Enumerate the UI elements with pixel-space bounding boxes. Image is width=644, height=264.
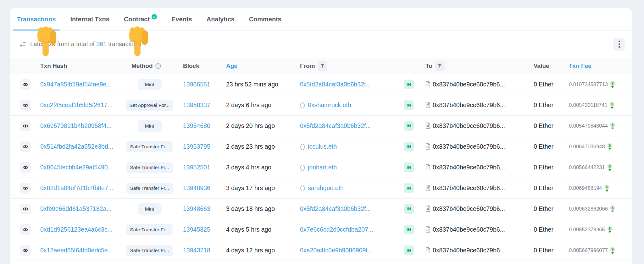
block-link[interactable]: 13943718 — [183, 247, 210, 254]
age-text: 2 days 6 hrs ago — [226, 102, 300, 109]
block-link[interactable]: 13948663 — [183, 205, 210, 212]
value-text: 0 Ether — [534, 102, 569, 109]
table-toolbar: Latest 25 from a total of 361 transactio… — [10, 30, 632, 58]
document-icon — [425, 206, 430, 212]
block-link[interactable]: 13945825 — [183, 226, 210, 233]
method-badge[interactable]: Safe Transfer Fr... — [126, 183, 173, 194]
direction-badge: IN — [404, 80, 414, 89]
eye-preview-button[interactable] — [20, 141, 31, 152]
txn-hash-link[interactable]: 0x82d1a04ef7d1b7fb8e7... — [40, 184, 113, 191]
method-badge[interactable]: Set Approval For... — [126, 100, 174, 111]
eye-preview-button[interactable] — [20, 183, 31, 194]
from-address-link[interactable]: icculus.eth — [308, 143, 337, 150]
eye-preview-button[interactable] — [20, 100, 31, 111]
to-address: 0x837b40be9ce60c79b6... — [433, 184, 505, 192]
from-address-link[interactable]: 0x7e6c6cd2d0ccfdba207... — [300, 226, 373, 233]
tab-comments[interactable]: Comments — [245, 8, 286, 30]
total-transactions-link[interactable]: 361 — [96, 41, 107, 47]
table-row: 0xd1d9256123ea4a6c3c... Safe Transfer Fr… — [10, 219, 632, 240]
from-address-link[interactable]: 0x5fd2a84caf3a0b6b32f... — [300, 205, 371, 212]
gas-lightbulb-icon — [610, 102, 615, 109]
txn-hash-link[interactable]: 0xfb9e66dd61a537182a... — [40, 205, 112, 212]
direction-badge: IN — [404, 121, 414, 131]
method-badge[interactable]: Mint — [138, 120, 162, 132]
direction-badge: IN — [404, 100, 414, 110]
block-link[interactable]: 13954680 — [183, 122, 210, 129]
txn-hash-link[interactable]: 0x514fbd2fa42a552e3bd... — [40, 143, 113, 150]
method-badge[interactable]: Safe Transfer Fr... — [126, 224, 173, 235]
tab-bar: Transactions Internal Txns Contract Even… — [10, 8, 632, 30]
document-icon — [425, 164, 430, 171]
transactions-card: Transactions Internal Txns Contract Even… — [9, 8, 632, 264]
from-address-link[interactable]: 0x5fd2a84caf3a0b6b32f... — [300, 81, 371, 88]
eye-preview-button[interactable] — [20, 121, 31, 131]
eye-preview-button[interactable] — [20, 162, 31, 173]
direction-badge: IN — [404, 142, 414, 151]
header-txn-hash: Txn Hash — [40, 63, 123, 69]
eye-preview-button[interactable] — [20, 224, 31, 235]
method-badge[interactable]: Mint — [138, 203, 162, 215]
to-address: 0x837b40be9ce60c79b6... — [433, 164, 505, 171]
table-header: Txn Hash Method Block Age From To Value … — [10, 58, 632, 74]
from-address-link[interactable]: sarahguo.eth — [308, 184, 344, 192]
txn-hash-link[interactable]: 0x947a85fb19af54fae9e... — [40, 81, 112, 88]
table-row: 0xc2f45ceaf1b5fd5f2617... Set Approval F… — [10, 95, 632, 116]
table-row: 0x82d1a04ef7d1b7fb8e7... Safe Transfer F… — [10, 178, 632, 199]
txn-hash-link[interactable]: 0x8645fecbb4e29af5490... — [40, 164, 113, 171]
eye-preview-button[interactable] — [20, 204, 31, 214]
gas-lightbulb-icon — [610, 122, 615, 129]
txn-hash-link[interactable]: 0x69579891b4b20958f4... — [40, 122, 112, 129]
from-address-link[interactable]: 0x5fd2a84caf3a0b6b32f... — [300, 122, 371, 129]
direction-badge: IN — [404, 245, 414, 255]
txn-hash-link[interactable]: 0xd1d9256123ea4a6c3c... — [40, 226, 113, 233]
header-from: From — [300, 61, 404, 71]
tab-analytics[interactable]: Analytics — [203, 8, 239, 30]
txn-fee-text: 0.005667996077 — [569, 247, 608, 253]
table-row: 0x69579891b4b20958f4... Mint 13954680 2 … — [10, 116, 632, 136]
method-badge[interactable]: Safe Transfer Fr... — [126, 141, 173, 152]
method-badge[interactable]: Mint — [138, 79, 162, 90]
to-filter-button[interactable] — [435, 61, 445, 71]
tab-internal-txns[interactable]: Internal Txns — [66, 8, 113, 30]
tab-contract[interactable]: Contract — [120, 8, 161, 30]
from-filter-button[interactable] — [318, 61, 327, 71]
eye-preview-button[interactable] — [20, 245, 31, 256]
from-address-link[interactable]: 0xshamrock.eth — [308, 102, 351, 109]
eye-preview-button[interactable] — [20, 79, 31, 90]
gas-lightbulb-icon — [610, 205, 615, 212]
txn-fee-text: 0.005470848044 — [569, 123, 608, 129]
block-link[interactable]: 13966561 — [183, 81, 210, 88]
gas-lightbulb-icon — [610, 247, 615, 254]
header-age[interactable]: Age — [226, 63, 300, 69]
tab-events[interactable]: Events — [167, 8, 196, 30]
method-badge[interactable]: Safe Transfer Fr... — [126, 162, 173, 173]
info-circle-icon[interactable] — [155, 63, 161, 69]
transactions-summary: Latest 25 from a total of 361 transactio… — [30, 41, 141, 48]
block-link[interactable]: 13953795 — [183, 143, 210, 150]
value-text: 0 Ether — [534, 81, 569, 88]
kebab-menu-button[interactable] — [613, 38, 625, 51]
txn-fee-text: 0.009632862066 — [569, 206, 608, 212]
table-body: 0x947a85fb19af54fae9e... Mint 13966561 2… — [10, 74, 632, 261]
header-value: Value — [534, 63, 569, 69]
tab-transactions[interactable]: Transactions — [13, 8, 60, 30]
header-txn-fee[interactable]: Txn Fee — [569, 63, 625, 69]
gas-lightbulb-icon — [607, 143, 612, 150]
document-icon — [425, 81, 430, 88]
direction-badge: IN — [404, 204, 414, 214]
txn-hash-link[interactable]: 0xc2f45ceaf1b5fd5f2617... — [40, 102, 113, 108]
block-link[interactable]: 13958337 — [183, 102, 210, 108]
direction-badge: IN — [404, 183, 414, 193]
block-link[interactable]: 13948936 — [183, 184, 210, 191]
block-link[interactable]: 13952501 — [183, 164, 210, 171]
table-row: 0xfb9e66dd61a537182a... Mint 13948663 3 … — [10, 199, 632, 219]
from-address-link[interactable]: jonhart.eth — [308, 164, 337, 171]
document-icon — [425, 185, 430, 191]
table-row: 0x8645fecbb4e29af5490... Safe Transfer F… — [10, 157, 632, 178]
gas-lightbulb-icon — [607, 226, 612, 233]
value-text: 0 Ether — [534, 226, 569, 233]
value-text: 0 Ether — [534, 205, 569, 212]
txn-hash-link[interactable]: 0x12aeed65f64fd0edc5e... — [40, 247, 113, 254]
from-address-link[interactable]: 0xa20a4fc0e9b9086909f... — [300, 247, 373, 254]
method-badge[interactable]: Safe Transfer Fr... — [126, 245, 173, 256]
